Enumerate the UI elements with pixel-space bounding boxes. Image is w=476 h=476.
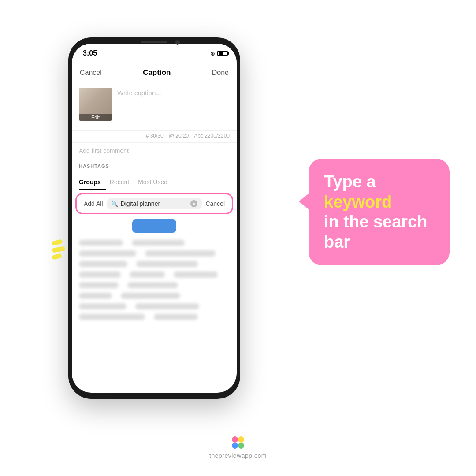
hashtag-pill bbox=[136, 261, 198, 267]
speaker-bar bbox=[141, 41, 167, 43]
brand-website: thepreviewapp.com bbox=[209, 452, 267, 459]
caption-thumbnail[interactable]: Edit bbox=[79, 88, 112, 121]
hashtag-pill bbox=[79, 240, 123, 246]
hashtag-pill bbox=[79, 303, 126, 309]
dash-2 bbox=[52, 246, 65, 253]
blue-action-button[interactable] bbox=[132, 219, 176, 233]
callout-line2: keyword bbox=[324, 193, 392, 211]
hashtag-pill bbox=[79, 271, 121, 278]
hashtag-pill bbox=[135, 303, 199, 309]
callout-line3: in the search bbox=[324, 212, 427, 231]
svg-point-0 bbox=[232, 436, 238, 443]
hashtag-pill bbox=[79, 261, 127, 267]
callout-line1: Type a bbox=[324, 172, 376, 191]
first-comment-input[interactable]: Add first comment bbox=[72, 142, 237, 159]
search-clear-button[interactable]: ✕ bbox=[190, 200, 197, 207]
hashtag-pill bbox=[79, 314, 145, 320]
search-input-wrap[interactable]: 🔍 Digital planner ✕ bbox=[107, 198, 202, 209]
caption-area: Edit Write caption... bbox=[72, 82, 237, 131]
hashtag-pill bbox=[79, 293, 112, 299]
hashtag-list bbox=[72, 236, 237, 328]
phone-screen: 3:05 ⊛ Cancel Caption Done Edit bbox=[72, 44, 237, 393]
hashtag-pill bbox=[130, 271, 165, 278]
hashtag-row-7 bbox=[79, 303, 230, 309]
svg-point-1 bbox=[238, 436, 244, 443]
tab-bar: Groups Recent Most Used bbox=[72, 175, 237, 190]
hashtags-section: HASHTAGS bbox=[72, 159, 237, 175]
tab-most-used[interactable]: Most Used bbox=[138, 175, 173, 190]
hashtags-label: HASHTAGS bbox=[79, 164, 230, 169]
status-time: 3:05 bbox=[81, 49, 97, 57]
scene: 3:05 ⊛ Cancel Caption Done Edit bbox=[0, 0, 476, 476]
svg-point-3 bbox=[238, 443, 244, 449]
counter-row: # 30/30 @ 20/20 Abc 2200/2200 bbox=[72, 131, 237, 142]
hashtag-row-2 bbox=[79, 250, 230, 257]
nav-title: Caption bbox=[143, 68, 171, 77]
status-icons: ⊛ bbox=[210, 50, 228, 57]
hashtag-row-1 bbox=[79, 240, 230, 246]
hashtag-pill bbox=[174, 271, 218, 278]
tab-recent[interactable]: Recent bbox=[110, 175, 134, 190]
wifi-icon: ⊛ bbox=[210, 50, 215, 57]
callout-bubble: Type a keyword in the search bar bbox=[309, 159, 450, 265]
brand-logo bbox=[231, 435, 245, 450]
search-input-value[interactable]: Digital planner bbox=[121, 200, 188, 207]
blue-button-row bbox=[72, 217, 237, 236]
hashtag-row-8 bbox=[79, 314, 230, 320]
hashtag-row-5 bbox=[79, 282, 230, 288]
hashtag-counter: # 30/30 bbox=[146, 133, 164, 139]
battery-icon bbox=[217, 51, 228, 56]
hashtag-pill bbox=[154, 314, 198, 320]
search-icon: 🔍 bbox=[111, 201, 118, 207]
tab-groups[interactable]: Groups bbox=[79, 175, 106, 190]
search-row-highlighted: Add All 🔍 Digital planner ✕ Cancel bbox=[75, 193, 233, 214]
nav-bar: Cancel Caption Done bbox=[72, 63, 237, 82]
done-nav-button[interactable]: Done bbox=[212, 69, 229, 77]
status-bar: 3:05 ⊛ bbox=[72, 44, 237, 63]
hashtag-pill bbox=[121, 293, 180, 299]
hashtag-row-3 bbox=[79, 261, 230, 267]
hashtag-pill bbox=[79, 250, 136, 257]
camera-dot bbox=[175, 40, 180, 45]
hashtag-pill bbox=[79, 282, 119, 288]
hashtag-row-4 bbox=[79, 271, 230, 278]
dash-3 bbox=[52, 253, 62, 260]
search-cancel-button[interactable]: Cancel bbox=[205, 200, 225, 207]
caption-text-input[interactable]: Write caption... bbox=[117, 88, 230, 125]
callout-text: Type a keyword in the search bar bbox=[324, 172, 436, 252]
thumbnail-edit-label[interactable]: Edit bbox=[79, 114, 112, 121]
hashtag-pill bbox=[145, 250, 216, 257]
phone-frame: 3:05 ⊛ Cancel Caption Done Edit bbox=[68, 37, 240, 399]
add-all-button[interactable]: Add All bbox=[84, 200, 103, 207]
callout-line4: bar bbox=[324, 233, 350, 251]
mention-counter: @ 20/20 bbox=[169, 133, 189, 139]
branding: thepreviewapp.com bbox=[209, 435, 267, 459]
hashtag-pill bbox=[132, 240, 185, 246]
decorative-dashes bbox=[52, 240, 65, 259]
battery-fill bbox=[219, 52, 223, 55]
svg-point-2 bbox=[232, 443, 238, 449]
dash-1 bbox=[52, 239, 63, 246]
hashtag-pill bbox=[127, 282, 178, 288]
cancel-nav-button[interactable]: Cancel bbox=[80, 69, 102, 77]
hashtag-row-6 bbox=[79, 293, 230, 299]
char-counter: Abc 2200/2200 bbox=[194, 133, 230, 139]
